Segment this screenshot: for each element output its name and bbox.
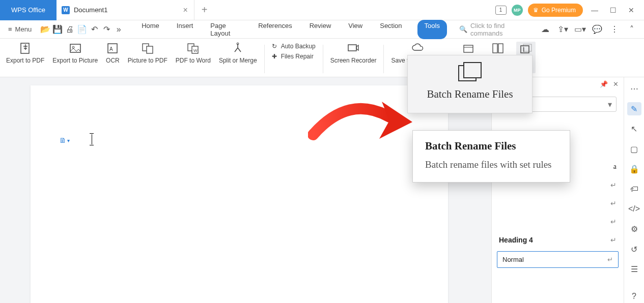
ribbon-tools: Export to PDF Export to Picture A OCR Pi…	[0, 39, 644, 77]
menu-button[interactable]: ≡ Menu	[4, 25, 36, 33]
style-a-label: a	[613, 163, 617, 171]
tooltip-title: Batch Rename Files	[425, 140, 557, 153]
tab-references[interactable]: References	[256, 20, 294, 39]
menu-row: ≡ Menu 📂 💾 🖨 📄 ↶ ↷ » Home Insert Page La…	[0, 20, 644, 39]
pic-to-pdf-label: Picture to PDF	[128, 57, 167, 65]
batch-rename-dropdown[interactable]: I Batch Rename Files	[407, 55, 533, 113]
save-icon[interactable]: 💾	[52, 24, 63, 35]
tab-page-layout[interactable]: Page Layout	[208, 20, 243, 39]
svg-rect-14	[498, 44, 503, 53]
close-panel-icon[interactable]: ✕	[613, 80, 619, 86]
sidebar-select-icon[interactable]: ↖	[627, 123, 641, 135]
split-merge-label: Split or Merge	[219, 57, 257, 65]
screen-recorder-label: Screen Recorder	[330, 57, 377, 65]
sidebar-tag-icon[interactable]: 🏷	[627, 183, 641, 195]
screen-recorder-button[interactable]: Screen Recorder	[326, 42, 381, 76]
sidebar-highlight-icon[interactable]: ✎	[627, 102, 641, 115]
return-icon: ↵	[610, 199, 617, 207]
minimize-button[interactable]: —	[588, 4, 601, 17]
open-icon[interactable]: 📂	[40, 24, 51, 35]
style-normal[interactable]: Normal ↵	[497, 251, 619, 268]
picture-to-pdf-button[interactable]: Picture to PDF	[124, 42, 172, 76]
sidebar-code-icon[interactable]: </>	[627, 203, 641, 216]
collapse-ribbon-icon[interactable]: ˄	[626, 23, 638, 36]
tab-section[interactable]: Section	[378, 20, 404, 39]
svg-rect-1	[70, 44, 80, 52]
ribbon-tabs: Home Insert Page Layout References Revie…	[128, 20, 447, 39]
menu-label: Menu	[15, 25, 32, 33]
user-avatar[interactable]: MP	[512, 5, 523, 16]
redo-icon[interactable]: ↷	[101, 24, 112, 35]
sidebar-lock-icon[interactable]: 🔒	[627, 163, 641, 175]
crown-icon: ♛	[533, 7, 539, 14]
svg-rect-11	[348, 45, 356, 51]
svg-rect-12	[464, 45, 473, 52]
svg-text:W: W	[193, 48, 198, 53]
right-sidebar: ⋯ ✎ ↖ ▢ 🔒 🏷 </> ⚙ ↺ ☰ ?	[624, 77, 644, 303]
tab-insert[interactable]: Insert	[175, 20, 195, 39]
writer-icon: W	[62, 6, 70, 14]
export-to-pdf-button[interactable]: Export to PDF	[2, 42, 48, 76]
quick-access-toolbar: 📂 💾 🖨 📄 ↶ ↷ »	[38, 24, 126, 35]
auto-backup-button[interactable]: ↻ Auto Backup	[272, 43, 316, 50]
maximize-button[interactable]: ☐	[606, 4, 620, 17]
sidebar-grip-icon[interactable]: ⋯	[627, 82, 641, 95]
page-indicator-icon[interactable]: 🗎▾	[59, 136, 70, 144]
export-picture-label: Export to Picture	[52, 57, 98, 65]
tab-home[interactable]: Home	[139, 20, 161, 39]
sidebar-help-icon[interactable]: ?	[627, 290, 641, 303]
text-cursor	[92, 134, 92, 144]
split-or-merge-button[interactable]: Split or Merge	[215, 42, 261, 76]
files-repair-button[interactable]: ✚ Files Repair	[272, 53, 316, 60]
tab-tools[interactable]: Tools	[417, 20, 447, 39]
sidebar-list-icon[interactable]: ☰	[627, 263, 641, 276]
command-search[interactable]: 🔍 Click to find commands	[459, 22, 537, 37]
compare-icon	[492, 42, 504, 55]
style-item-ret2[interactable]: ↵	[492, 194, 624, 213]
heading4-label: Heading 4	[499, 236, 533, 244]
more-icon[interactable]: ⋮	[608, 23, 621, 36]
export-pdf-label: Export to PDF	[6, 57, 44, 65]
ocr-button[interactable]: A OCR	[102, 42, 124, 76]
style-heading4[interactable]: Heading 4 ↵	[492, 231, 624, 249]
svg-text:A: A	[109, 46, 113, 52]
tab-view[interactable]: View	[346, 20, 365, 39]
close-window-button[interactable]: ✕	[625, 4, 638, 17]
tab-review[interactable]: Review	[307, 20, 333, 39]
export-to-picture-button[interactable]: Export to Picture	[48, 42, 102, 76]
print-icon[interactable]: 🖨	[64, 24, 75, 35]
search-icon: 🔍	[459, 25, 467, 33]
sidebar-clipboard-icon[interactable]: ▢	[627, 142, 641, 155]
titlebar: WPS Office W Document1 × + 1 MP ♛ Go Pre…	[0, 0, 644, 20]
pdf-to-word-label: PDF to Word	[176, 57, 211, 65]
document-tab[interactable]: W Document1 ×	[57, 0, 194, 20]
add-tab-button[interactable]: +	[194, 4, 215, 16]
qat-more-icon[interactable]: »	[113, 24, 124, 35]
wps-home-tab[interactable]: WPS Office	[0, 0, 57, 20]
sidebar-history-icon[interactable]: ↺	[627, 243, 641, 256]
return-icon: ↵	[610, 181, 617, 189]
print-preview-icon[interactable]: 📄	[76, 24, 88, 35]
chevron-down-icon: ▾	[608, 100, 612, 109]
undo-icon[interactable]: ↶	[89, 24, 100, 35]
share-icon[interactable]: ⇪▾	[556, 23, 569, 36]
close-tab-button[interactable]: ×	[183, 6, 187, 15]
picture-export-icon	[69, 42, 81, 55]
cloud-icon[interactable]: ☁	[539, 23, 551, 36]
premium-label: Go Premium	[542, 7, 576, 14]
sidebar-settings-icon[interactable]: ⚙	[627, 223, 641, 235]
pin-panel-icon[interactable]: 📌	[600, 80, 608, 86]
auto-backup-label: Auto Backup	[281, 43, 316, 50]
go-premium-button[interactable]: ♛ Go Premium	[528, 4, 583, 17]
return-icon: ↵	[607, 256, 613, 263]
comment-icon[interactable]: 💬	[591, 23, 603, 36]
toolbox-icon[interactable]: ▭▾	[574, 23, 586, 36]
popup-title: Batch Rename Files	[408, 88, 532, 108]
recorder-icon	[347, 42, 359, 55]
svg-rect-15	[521, 46, 529, 53]
tab-count-badge[interactable]: 1	[495, 6, 507, 15]
cloud-save-icon	[412, 42, 424, 55]
ocr-label: OCR	[106, 57, 120, 65]
style-item-ret3[interactable]: ↵	[492, 213, 624, 231]
pdf-to-word-button[interactable]: W PDF to Word	[172, 42, 215, 76]
